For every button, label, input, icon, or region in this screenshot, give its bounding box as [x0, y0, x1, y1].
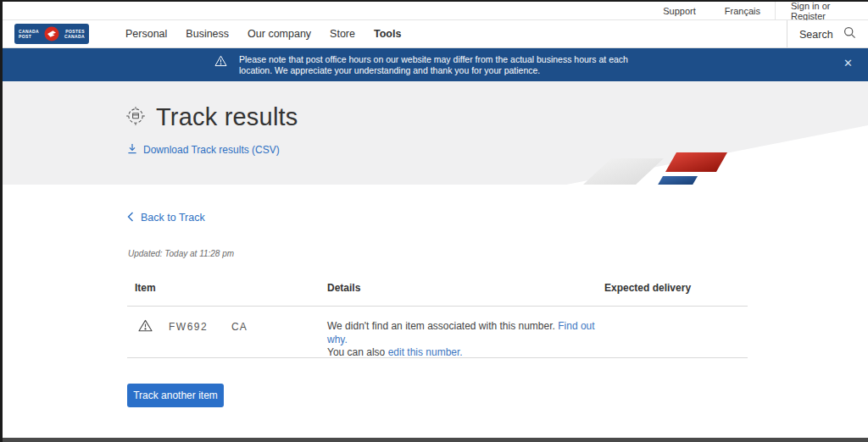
column-header-details: Details: [327, 282, 360, 294]
nav-item-our-company[interactable]: Our company: [238, 28, 320, 40]
logo-text: CANADA: [64, 35, 85, 39]
support-link[interactable]: Support: [648, 6, 710, 16]
edit-this-number-link[interactable]: edit this number.: [388, 346, 463, 358]
main-navbar: CANADA POST POSTES CANADA Personal Busin…: [3, 20, 868, 48]
details-message-2: You can also: [327, 346, 388, 358]
signin-container: Sign in or Register: [775, 2, 868, 20]
search-icon: [843, 26, 856, 42]
language-toggle-link[interactable]: Français: [710, 6, 775, 16]
column-header-expected-delivery: Expected delivery: [604, 282, 691, 294]
logo-right-text: POSTES CANADA: [64, 30, 85, 39]
search-label: Search: [799, 29, 833, 41]
canada-post-track-results-page: { "topbar": { "support": "Support", "fra…: [0, 0, 868, 442]
wing-emblem-icon: [45, 27, 59, 41]
canada-post-logo[interactable]: CANADA POST POSTES CANADA: [14, 24, 89, 44]
warning-triangle-icon: [214, 55, 227, 70]
download-csv-link[interactable]: Download Track results (CSV): [127, 142, 280, 157]
download-icon: [127, 142, 137, 157]
footer-edge: [3, 438, 868, 442]
back-to-track-label: Back to Track: [141, 212, 205, 224]
origin-country: CA: [231, 321, 248, 333]
logo-text: CANADA: [19, 30, 39, 34]
nav-item-store[interactable]: Store: [320, 28, 364, 40]
track-target-icon: [125, 106, 146, 130]
download-csv-label: Download Track results (CSV): [143, 144, 280, 156]
logo-text: POST: [19, 35, 39, 39]
notice-banner-text: Please note that post office hours on ou…: [239, 54, 663, 76]
updated-timestamp: Updated: Today at 11:28 pm: [128, 249, 234, 258]
item-warning-triangle-icon: [138, 319, 153, 335]
details-cell: We didn't find an item associated with t…: [327, 320, 607, 360]
nav-item-personal[interactable]: Personal: [116, 28, 176, 40]
hero-section: Track results Download Track results (CS…: [3, 81, 868, 185]
chevron-left-icon: [127, 210, 134, 225]
nav-item-business[interactable]: Business: [176, 28, 238, 40]
nav-item-tools[interactable]: Tools: [364, 28, 410, 40]
logo-left-text: CANADA POST: [19, 30, 39, 39]
page-title: Track results: [156, 103, 298, 131]
close-banner-icon[interactable]: ✕: [843, 58, 853, 69]
results-section: Back to Track Updated: Today at 11:28 pm…: [3, 185, 868, 439]
signin-register-link[interactable]: Sign in or Register: [791, 1, 853, 21]
search-button[interactable]: Search: [787, 20, 868, 48]
back-to-track-link[interactable]: Back to Track: [127, 210, 205, 225]
tracking-number: FW692: [169, 321, 208, 333]
table-divider: [127, 357, 748, 358]
column-header-item: Item: [135, 282, 156, 294]
logo-text: POSTES: [65, 30, 85, 34]
primary-nav: Personal Business Our company Store Tool…: [116, 28, 410, 40]
brand-swoosh-graphic: [542, 81, 868, 185]
track-another-item-button[interactable]: Track another item: [127, 384, 224, 407]
table-divider: [127, 306, 748, 307]
utility-bar: Support Français Sign in or Register: [3, 2, 868, 20]
details-message: We didn't find an item associated with t…: [327, 320, 558, 332]
notice-banner: Please note that post office hours on ou…: [3, 48, 868, 81]
